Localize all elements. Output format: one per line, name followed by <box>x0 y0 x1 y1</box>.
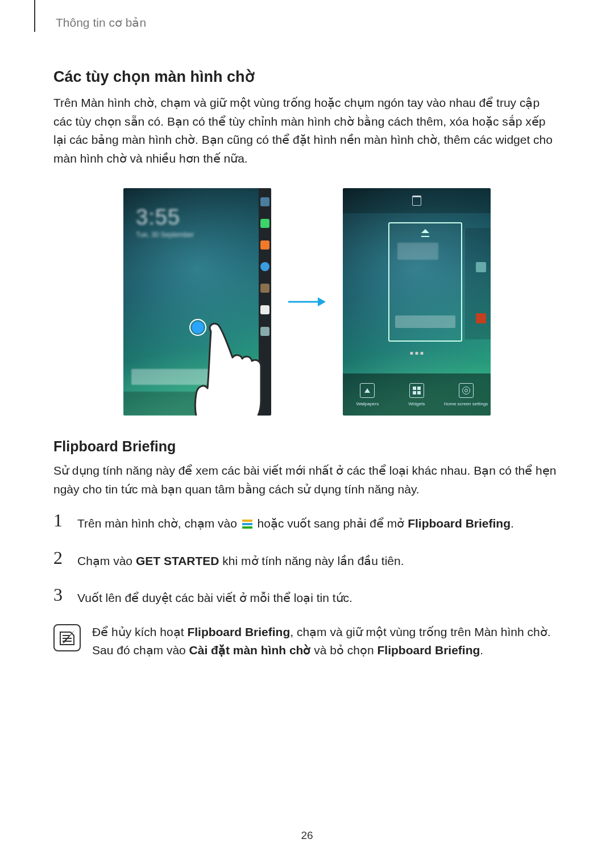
phone-icon <box>260 219 269 228</box>
text: . <box>511 517 514 530</box>
camera-icon <box>260 284 269 293</box>
search-bar <box>131 369 251 385</box>
widgets-button: Widgets <box>392 373 442 416</box>
heading-flipboard: Flipboard Briefing <box>53 438 561 455</box>
bold-text: Flipboard Briefing <box>408 517 511 530</box>
header-section-link[interactable]: Thông tin cơ bản <box>56 16 146 30</box>
apps-icon <box>260 327 269 336</box>
briefing-tile-icon <box>242 520 252 529</box>
app-preview-icon <box>476 262 486 272</box>
page-indicator <box>410 352 424 355</box>
step-number: 1 <box>53 511 67 529</box>
bold-text: Cài đặt màn hình chờ <box>189 643 311 657</box>
note-body: Để hủy kích hoạt Flipboard Briefing, chạ… <box>92 623 561 660</box>
edge-panel <box>259 188 271 416</box>
heading-home-screen-options: Các tùy chọn màn hình chờ <box>53 68 561 86</box>
step-number: 2 <box>53 549 67 567</box>
settings-label: Home screen settings <box>444 401 488 406</box>
settings-button: Home screen settings <box>441 373 491 416</box>
dock <box>123 392 259 416</box>
figure-row: 3:55 Tue, 30 September <box>53 188 561 416</box>
bold-text: Flipboard Briefing <box>187 625 290 638</box>
step-body: Chạm vào GET STARTED khi mở tính năng nà… <box>77 549 404 570</box>
bold-text: Flipboard Briefing <box>377 643 480 657</box>
text: Chạm vào <box>77 554 136 567</box>
text: Để hủy kích hoạt <box>92 625 187 638</box>
panel-preview-next <box>464 228 491 339</box>
step-3: 3 Vuốt lên để duyệt các bài viết ở mỗi t… <box>53 585 561 607</box>
text: hoặc vuốt sang phải để mở <box>258 517 408 530</box>
text: và bỏ chọn <box>310 643 377 657</box>
para-home-screen-options: Trên Màn hình chờ, chạm và giữ một vùng … <box>53 94 561 168</box>
clock-preview <box>397 243 438 260</box>
screenshot-homescreen: 3:55 Tue, 30 September <box>123 188 271 416</box>
header-divider <box>34 0 35 32</box>
screenshot-homescreen-edit: Wallpapers Widgets Home screen settings <box>343 188 491 416</box>
step-number: 3 <box>53 585 67 604</box>
steps-list: 1 Trên màn hình chờ, chạm vào hoặc vuốt … <box>53 511 561 607</box>
playstore-icon <box>260 305 269 314</box>
search-preview <box>395 315 455 328</box>
arrow-right-icon <box>288 296 326 308</box>
wallpapers-button: Wallpapers <box>343 373 392 416</box>
page: Thông tin cơ bản Các tùy chọn màn hình c… <box>0 0 614 868</box>
panel-preview <box>388 222 462 342</box>
clock-widget: 3:55 Tue, 30 September <box>136 205 194 239</box>
page-number: 26 <box>301 829 313 842</box>
step-2: 2 Chạm vào GET STARTED khi mở tính năng … <box>53 549 561 570</box>
gear-icon <box>462 387 470 394</box>
topbar <box>343 188 491 213</box>
touch-indicator-icon <box>189 319 206 336</box>
widgets-label: Widgets <box>409 401 425 406</box>
step-body: Trên màn hình chờ, chạm vào hoặc vuốt sa… <box>77 511 514 533</box>
contacts-icon <box>260 240 269 250</box>
bold-text: GET STARTED <box>136 554 219 567</box>
app-preview-icon <box>476 313 486 323</box>
home-icon <box>421 229 429 237</box>
browser-icon <box>260 262 269 271</box>
note-block: Để hủy kích hoạt Flipboard Briefing, chạ… <box>53 623 561 660</box>
step-1: 1 Trên màn hình chờ, chạm vào hoặc vuốt … <box>53 511 561 533</box>
para-flipboard: Sử dụng tính năng này để xem các bài viế… <box>53 462 561 499</box>
text: . <box>480 643 483 657</box>
text: Trên màn hình chờ, chạm vào <box>77 517 240 530</box>
step-body: Vuốt lên để duyệt các bài viết ở mỗi thể… <box>77 585 352 607</box>
image-icon <box>364 388 370 393</box>
trash-icon <box>412 196 421 206</box>
edit-toolbar: Wallpapers Widgets Home screen settings <box>343 373 491 416</box>
wallpapers-label: Wallpapers <box>356 401 379 406</box>
star-icon <box>260 197 269 206</box>
grid-icon <box>413 387 421 394</box>
note-icon <box>53 624 81 651</box>
text: khi mở tính năng này lần đầu tiên. <box>219 554 404 567</box>
